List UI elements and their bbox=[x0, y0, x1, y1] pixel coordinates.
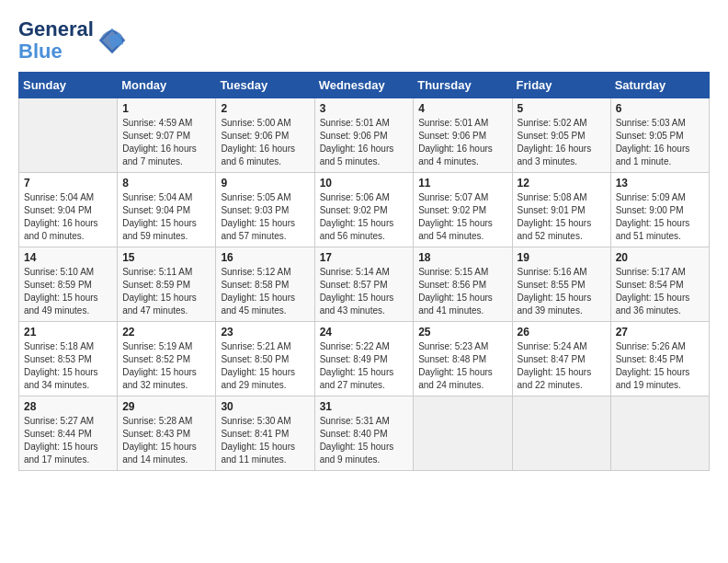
day-info: Sunrise: 5:15 AMSunset: 8:56 PMDaylight:… bbox=[418, 266, 506, 317]
calendar-cell: 3Sunrise: 5:01 AMSunset: 9:06 PMDaylight… bbox=[314, 98, 414, 173]
day-number: 24 bbox=[320, 326, 409, 339]
calendar-cell: 19Sunrise: 5:16 AMSunset: 8:55 PMDayligh… bbox=[512, 247, 610, 322]
day-info: Sunrise: 5:11 AMSunset: 8:59 PMDaylight:… bbox=[122, 266, 210, 317]
logo-icon bbox=[97, 26, 127, 55]
calendar-cell bbox=[512, 396, 610, 471]
calendar-body: 1Sunrise: 4:59 AMSunset: 9:07 PMDaylight… bbox=[19, 98, 710, 471]
day-info: Sunrise: 5:00 AMSunset: 9:06 PMDaylight:… bbox=[221, 117, 309, 168]
calendar-cell: 8Sunrise: 5:04 AMSunset: 9:04 PMDaylight… bbox=[118, 173, 216, 247]
day-number: 19 bbox=[518, 251, 606, 264]
day-number: 9 bbox=[221, 177, 309, 190]
weekday-header: Friday bbox=[512, 73, 610, 98]
day-number: 22 bbox=[122, 326, 210, 339]
day-number: 11 bbox=[418, 177, 506, 190]
calendar-cell bbox=[19, 98, 118, 173]
calendar-cell: 29Sunrise: 5:28 AMSunset: 8:43 PMDayligh… bbox=[118, 396, 216, 471]
day-info: Sunrise: 5:30 AMSunset: 8:41 PMDaylight:… bbox=[221, 415, 309, 466]
weekday-header: Wednesday bbox=[314, 73, 414, 98]
day-number: 16 bbox=[221, 251, 309, 264]
day-info: Sunrise: 5:18 AMSunset: 8:53 PMDaylight:… bbox=[24, 340, 112, 392]
calendar-cell: 2Sunrise: 5:00 AMSunset: 9:06 PMDaylight… bbox=[216, 98, 314, 173]
day-number: 27 bbox=[616, 326, 704, 339]
calendar-cell: 15Sunrise: 5:11 AMSunset: 8:59 PMDayligh… bbox=[118, 247, 216, 322]
weekday-row: SundayMondayTuesdayWednesdayThursdayFrid… bbox=[19, 73, 710, 98]
day-number: 3 bbox=[320, 102, 409, 115]
calendar-cell: 7Sunrise: 5:04 AMSunset: 9:04 PMDaylight… bbox=[19, 173, 118, 247]
day-info: Sunrise: 5:27 AMSunset: 8:44 PMDaylight:… bbox=[24, 415, 112, 466]
calendar-cell: 27Sunrise: 5:26 AMSunset: 8:45 PMDayligh… bbox=[610, 322, 709, 396]
day-info: Sunrise: 5:03 AMSunset: 9:05 PMDaylight:… bbox=[616, 117, 704, 168]
day-number: 6 bbox=[616, 102, 704, 115]
calendar-week-row: 1Sunrise: 4:59 AMSunset: 9:07 PMDaylight… bbox=[19, 98, 710, 173]
day-info: Sunrise: 5:06 AMSunset: 9:02 PMDaylight:… bbox=[320, 191, 409, 243]
header: GeneralBlue bbox=[18, 18, 710, 63]
day-number: 13 bbox=[616, 177, 704, 190]
calendar-week-row: 21Sunrise: 5:18 AMSunset: 8:53 PMDayligh… bbox=[19, 322, 710, 396]
day-number: 30 bbox=[221, 400, 309, 413]
weekday-header: Sunday bbox=[19, 73, 118, 98]
day-number: 4 bbox=[418, 102, 506, 115]
day-info: Sunrise: 5:05 AMSunset: 9:03 PMDaylight:… bbox=[221, 191, 309, 243]
day-info: Sunrise: 5:01 AMSunset: 9:06 PMDaylight:… bbox=[320, 117, 409, 168]
calendar-cell: 16Sunrise: 5:12 AMSunset: 8:58 PMDayligh… bbox=[216, 247, 314, 322]
calendar-cell: 24Sunrise: 5:22 AMSunset: 8:49 PMDayligh… bbox=[314, 322, 414, 396]
calendar-week-row: 28Sunrise: 5:27 AMSunset: 8:44 PMDayligh… bbox=[19, 396, 710, 471]
calendar-table: SundayMondayTuesdayWednesdayThursdayFrid… bbox=[18, 72, 710, 471]
calendar-cell: 4Sunrise: 5:01 AMSunset: 9:06 PMDaylight… bbox=[414, 98, 512, 173]
logo-text: GeneralBlue bbox=[18, 18, 94, 63]
day-number: 25 bbox=[418, 326, 506, 339]
day-number: 10 bbox=[320, 177, 409, 190]
day-number: 17 bbox=[320, 251, 409, 264]
day-number: 18 bbox=[418, 251, 506, 264]
day-number: 14 bbox=[24, 251, 112, 264]
day-info: Sunrise: 5:31 AMSunset: 8:40 PMDaylight:… bbox=[320, 415, 409, 466]
day-info: Sunrise: 5:10 AMSunset: 8:59 PMDaylight:… bbox=[24, 266, 112, 317]
calendar-cell: 17Sunrise: 5:14 AMSunset: 8:57 PMDayligh… bbox=[314, 247, 414, 322]
weekday-header: Monday bbox=[118, 73, 216, 98]
day-number: 5 bbox=[518, 102, 606, 115]
weekday-header: Tuesday bbox=[216, 73, 314, 98]
day-number: 23 bbox=[221, 326, 309, 339]
calendar-cell bbox=[414, 396, 512, 471]
day-number: 1 bbox=[122, 102, 210, 115]
day-info: Sunrise: 5:28 AMSunset: 8:43 PMDaylight:… bbox=[122, 415, 210, 466]
day-info: Sunrise: 5:12 AMSunset: 8:58 PMDaylight:… bbox=[221, 266, 309, 317]
day-info: Sunrise: 5:16 AMSunset: 8:55 PMDaylight:… bbox=[518, 266, 606, 317]
calendar-cell: 12Sunrise: 5:08 AMSunset: 9:01 PMDayligh… bbox=[512, 173, 610, 247]
day-info: Sunrise: 5:04 AMSunset: 9:04 PMDaylight:… bbox=[24, 191, 112, 243]
calendar-cell: 1Sunrise: 4:59 AMSunset: 9:07 PMDaylight… bbox=[118, 98, 216, 173]
day-info: Sunrise: 5:08 AMSunset: 9:01 PMDaylight:… bbox=[518, 191, 606, 243]
calendar-cell: 14Sunrise: 5:10 AMSunset: 8:59 PMDayligh… bbox=[19, 247, 118, 322]
calendar-cell: 10Sunrise: 5:06 AMSunset: 9:02 PMDayligh… bbox=[314, 173, 414, 247]
day-info: Sunrise: 5:01 AMSunset: 9:06 PMDaylight:… bbox=[418, 117, 506, 168]
calendar-cell: 6Sunrise: 5:03 AMSunset: 9:05 PMDaylight… bbox=[610, 98, 709, 173]
calendar-cell: 21Sunrise: 5:18 AMSunset: 8:53 PMDayligh… bbox=[19, 322, 118, 396]
day-info: Sunrise: 5:21 AMSunset: 8:50 PMDaylight:… bbox=[221, 340, 309, 392]
day-info: Sunrise: 5:14 AMSunset: 8:57 PMDaylight:… bbox=[320, 266, 409, 317]
weekday-header: Saturday bbox=[610, 73, 709, 98]
calendar-cell bbox=[610, 396, 709, 471]
calendar-cell: 20Sunrise: 5:17 AMSunset: 8:54 PMDayligh… bbox=[610, 247, 709, 322]
day-info: Sunrise: 4:59 AMSunset: 9:07 PMDaylight:… bbox=[122, 117, 210, 168]
weekday-header: Thursday bbox=[414, 73, 512, 98]
day-info: Sunrise: 5:04 AMSunset: 9:04 PMDaylight:… bbox=[122, 191, 210, 243]
day-info: Sunrise: 5:07 AMSunset: 9:02 PMDaylight:… bbox=[418, 191, 506, 243]
day-info: Sunrise: 5:26 AMSunset: 8:45 PMDaylight:… bbox=[616, 340, 704, 392]
calendar-cell: 9Sunrise: 5:05 AMSunset: 9:03 PMDaylight… bbox=[216, 173, 314, 247]
calendar-cell: 25Sunrise: 5:23 AMSunset: 8:48 PMDayligh… bbox=[414, 322, 512, 396]
day-number: 12 bbox=[518, 177, 606, 190]
day-number: 31 bbox=[320, 400, 409, 413]
calendar-cell: 31Sunrise: 5:31 AMSunset: 8:40 PMDayligh… bbox=[314, 396, 414, 471]
calendar-cell: 18Sunrise: 5:15 AMSunset: 8:56 PMDayligh… bbox=[414, 247, 512, 322]
day-number: 8 bbox=[122, 177, 210, 190]
day-number: 2 bbox=[221, 102, 309, 115]
day-info: Sunrise: 5:22 AMSunset: 8:49 PMDaylight:… bbox=[320, 340, 409, 392]
calendar-header: SundayMondayTuesdayWednesdayThursdayFrid… bbox=[19, 73, 710, 98]
calendar-cell: 28Sunrise: 5:27 AMSunset: 8:44 PMDayligh… bbox=[19, 396, 118, 471]
day-info: Sunrise: 5:23 AMSunset: 8:48 PMDaylight:… bbox=[418, 340, 506, 392]
day-number: 21 bbox=[24, 326, 112, 339]
calendar-week-row: 7Sunrise: 5:04 AMSunset: 9:04 PMDaylight… bbox=[19, 173, 710, 247]
day-info: Sunrise: 5:17 AMSunset: 8:54 PMDaylight:… bbox=[616, 266, 704, 317]
day-info: Sunrise: 5:02 AMSunset: 9:05 PMDaylight:… bbox=[518, 117, 606, 168]
calendar-cell: 30Sunrise: 5:30 AMSunset: 8:41 PMDayligh… bbox=[216, 396, 314, 471]
